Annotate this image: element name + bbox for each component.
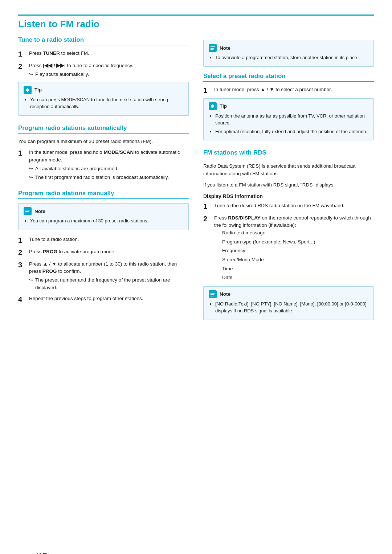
step-number: 1 bbox=[18, 50, 25, 58]
arrow-icon: ↪ bbox=[29, 276, 33, 291]
preset-section: Select a preset radio station 1 In tuner… bbox=[203, 73, 374, 141]
step-number: 3 bbox=[18, 260, 25, 269]
step-content: Press |◀◀ / ▶▶| to tune to a specific fr… bbox=[29, 62, 189, 78]
rds-note-item: [NO Radio Text], [NO PTY], [NO Name], [M… bbox=[215, 300, 368, 315]
step-number: 2 bbox=[18, 248, 25, 257]
program-auto-section: Program radio stations automatically You… bbox=[18, 124, 189, 181]
asterisk-icon: ✱ bbox=[25, 87, 30, 93]
tip-item-1: Position the antenna as far as possible … bbox=[215, 112, 368, 127]
tip-item-2: For optimal reception, fully extend and … bbox=[215, 128, 368, 135]
svg-rect-1 bbox=[25, 210, 30, 210]
tune-step-2: 2 Press |◀◀ / ▶▶| to tune to a specific … bbox=[18, 62, 189, 78]
fm-rds-body2: If you listen to a FM station with RDS s… bbox=[203, 181, 374, 189]
svg-text:✱: ✱ bbox=[25, 87, 29, 93]
arrow-item: ↪ Play starts automatically. bbox=[29, 71, 189, 78]
svg-rect-10 bbox=[211, 296, 213, 296]
tip-item: You can press MODE/SCAN to tune to the n… bbox=[30, 96, 183, 110]
preset-step-1: 1 In tuner mode, press ▲ / ▼ to select a… bbox=[203, 86, 374, 95]
tip-label: Tip bbox=[34, 87, 42, 93]
svg-rect-5 bbox=[211, 48, 214, 49]
program-manual-note-box: Note You can program a maximum of 30 pre… bbox=[18, 203, 189, 230]
svg-rect-8 bbox=[211, 293, 215, 294]
tip-list: You can press MODE/SCAN to tune to the n… bbox=[24, 96, 183, 110]
step-content: Tune to the desired RDS radio station on… bbox=[214, 202, 374, 209]
display-rds-title: Display RDS information bbox=[203, 193, 374, 199]
preset-steps: 1 In tuner mode, press ▲ / ▼ to select a… bbox=[203, 86, 374, 95]
note-icon bbox=[24, 207, 32, 215]
manual-step-2: 2 Press PROG to activate program mode. bbox=[18, 248, 189, 257]
arrow-text: The first programmed radio station is br… bbox=[35, 174, 169, 181]
left-column: Tune to a radio station 1 Press TUNER to… bbox=[18, 36, 189, 329]
svg-rect-4 bbox=[211, 46, 215, 47]
arrow-icon: ↪ bbox=[29, 165, 33, 172]
arrow-item-1: ↪ All available stations are programmed. bbox=[29, 165, 189, 172]
preset-section-title: Select a preset radio station bbox=[203, 73, 374, 82]
note-list: You can program a maximum of 30 preset r… bbox=[24, 217, 183, 225]
step-content: Press TUNER to select FM. bbox=[29, 50, 189, 57]
arrow-text: The preset number and the frequency of t… bbox=[35, 276, 189, 291]
manual-step-4: 4 Repeat the previous steps to program o… bbox=[18, 295, 189, 304]
step-number: 1 bbox=[18, 236, 25, 245]
svg-rect-9 bbox=[211, 294, 214, 295]
svg-rect-3 bbox=[25, 213, 28, 213]
program-auto-steps: 1 In the tuner mode, press and hold MODE… bbox=[18, 149, 189, 181]
rds-bullet-2: Program type (for example: News, Sport..… bbox=[222, 238, 374, 246]
step-content: In tuner mode, press ▲ / ▼ to select a p… bbox=[214, 86, 374, 93]
manual-step-1: 1 Tune to a radio station. bbox=[18, 236, 189, 245]
step-number: 1 bbox=[203, 202, 211, 211]
arrow-item-2: ↪ The first programmed radio station is … bbox=[29, 174, 189, 181]
note-list: To overwrite a programmed station, store… bbox=[209, 54, 368, 61]
arrow-text: All available stations are programmed. bbox=[35, 165, 119, 172]
svg-rect-6 bbox=[211, 49, 213, 50]
rds-bullet-1: Radio text message bbox=[222, 229, 374, 237]
tune-section-title: Tune to a radio station bbox=[18, 36, 189, 45]
rds-step-2: 2 Press RDS/DISPLAY on the remote contro… bbox=[203, 214, 374, 283]
step-number: 1 bbox=[18, 149, 25, 157]
bold-prog2: PROG bbox=[42, 268, 57, 274]
tip-icon: ✱ bbox=[24, 86, 32, 94]
lines-icon bbox=[25, 209, 30, 214]
bold-rds-display: RDS/DISPLAY bbox=[228, 215, 261, 221]
step-number: 2 bbox=[203, 214, 211, 223]
rds-bullet-4: Stereo/Mono Mode bbox=[222, 256, 374, 264]
page-number: 16 EN bbox=[36, 552, 49, 554]
tune-step-1: 1 Press TUNER to select FM. bbox=[18, 50, 189, 58]
rds-note-list: [NO Radio Text], [NO PTY], [NO Name], [M… bbox=[209, 300, 368, 315]
note-label: Note bbox=[220, 291, 230, 297]
arrow-item-step3: ↪ The preset number and the frequency of… bbox=[29, 276, 189, 291]
page-title: Listen to FM radio bbox=[18, 15, 374, 30]
arrow-icon: ↪ bbox=[29, 71, 33, 78]
tip-list: Position the antenna as far as possible … bbox=[209, 112, 368, 135]
bold-modescan: MODE/SCAN bbox=[104, 149, 134, 155]
manual-step-3: 3 Press ▲ / ▼ to allocate a number (1 to… bbox=[18, 260, 189, 291]
fm-rds-body1: Radio Data System (RDS) is a service tha… bbox=[203, 163, 374, 178]
arrow-icon: ↪ bbox=[29, 174, 33, 181]
note-icon bbox=[209, 44, 217, 52]
tune-section: Tune to a radio station 1 Press TUNER to… bbox=[18, 36, 189, 116]
fm-rds-section: FM stations with RDS Radio Data System (… bbox=[203, 149, 374, 320]
page-layout: Tune to a radio station 1 Press TUNER to… bbox=[18, 36, 374, 329]
step-number: 1 bbox=[203, 86, 211, 95]
page-wrapper: Listen to FM radio Tune to a radio stati… bbox=[18, 15, 374, 554]
svg-rect-2 bbox=[25, 211, 29, 212]
step-content: Press RDS/DISPLAY on the remote control … bbox=[214, 214, 374, 283]
note-header: Note bbox=[209, 290, 368, 298]
asterisk-icon: ✱ bbox=[210, 104, 215, 109]
bold-tuner: TUNER bbox=[43, 50, 60, 56]
rds-note-box: Note [NO Radio Text], [NO PTY], [NO Name… bbox=[203, 286, 374, 320]
program-manual-section: Program radio stations manually Note bbox=[18, 190, 189, 304]
rds-bullet-list: Radio text message Program type (for exa… bbox=[214, 229, 374, 282]
tune-steps-list: 1 Press TUNER to select FM. 2 Press |◀◀ … bbox=[18, 50, 189, 78]
tip-header: ✱ Tip bbox=[24, 86, 183, 94]
step-number: 4 bbox=[18, 295, 25, 304]
step-content: Tune to a radio station. bbox=[29, 236, 189, 243]
step-content: Press PROG to activate program mode. bbox=[29, 248, 189, 255]
program-auto-body: You can program a maximum of 30 preset r… bbox=[18, 138, 189, 145]
overwrite-note-box: Note To overwrite a programmed station, … bbox=[203, 40, 374, 67]
note-label: Note bbox=[220, 45, 230, 51]
step-content: In the tuner mode, press and hold MODE/S… bbox=[29, 149, 189, 181]
rds-bullet-5: Time bbox=[222, 265, 374, 273]
program-auto-title: Program radio stations automatically bbox=[18, 124, 189, 134]
step-number: 2 bbox=[18, 62, 25, 71]
step-content: Press ▲ / ▼ to allocate a number (1 to 3… bbox=[29, 260, 189, 291]
